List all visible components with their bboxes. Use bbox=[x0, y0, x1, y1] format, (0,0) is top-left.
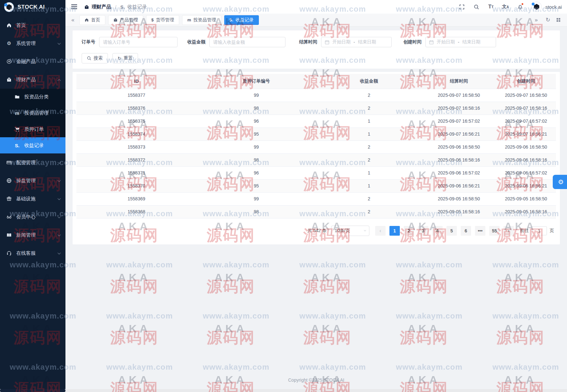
headset-icon bbox=[6, 251, 12, 256]
page-size-value: 10条/页 bbox=[335, 228, 350, 234]
cell-settle-time: 2025-09-05 16:58:16 bbox=[422, 205, 496, 218]
search-icon[interactable] bbox=[473, 4, 480, 10]
sidebar-item-home[interactable]: 首页 bbox=[0, 16, 65, 34]
cell-id: 1558368 bbox=[76, 205, 196, 218]
page-size-select[interactable]: 10条/页 bbox=[331, 226, 369, 236]
sidebar-item-system-management[interactable]: ⚙ 系统管理 bbox=[0, 34, 65, 52]
filter-row: 订单号 收益金额 结算时间 开始日期 - 结束日期 创建时间 开始日期 bbox=[82, 37, 551, 47]
sidebar-item-trading-management[interactable]: 操盘管理 bbox=[0, 172, 65, 190]
sidebar-item-label: 系统管理 bbox=[16, 40, 36, 47]
page-4-button[interactable]: 4 bbox=[432, 226, 443, 236]
sidebar-item-financial-products[interactable]: 金融产品 bbox=[0, 52, 65, 71]
tab-investment-management[interactable]: m 投资品管理 bbox=[182, 15, 221, 25]
floating-settings-button[interactable]: ⚙ bbox=[553, 175, 567, 189]
chevron-down-icon bbox=[58, 251, 61, 254]
cell-settle-time: 2025-09-07 16:58:50 bbox=[422, 89, 496, 102]
sidebar-item-label: 操盘管理 bbox=[16, 178, 36, 184]
font-size-icon[interactable]: TT bbox=[488, 4, 494, 10]
avatar-blue-dot bbox=[532, 3, 535, 6]
tab-profit-records[interactable]: S. 收益记录 bbox=[224, 15, 259, 25]
tab-home[interactable]: 首页 bbox=[79, 15, 105, 25]
prev-page-button[interactable]: ‹ bbox=[375, 226, 386, 236]
search-button[interactable]: 搜索 bbox=[82, 53, 108, 63]
cell-order-no: 96 bbox=[196, 115, 316, 128]
order-no-input[interactable] bbox=[99, 37, 178, 47]
page-3-button[interactable]: 3 bbox=[418, 226, 428, 236]
grid-icon[interactable] bbox=[556, 17, 563, 22]
cell-amount: 1 bbox=[316, 128, 422, 140]
cell-order-no: 99 bbox=[196, 140, 316, 153]
logo: STOCK AI bbox=[0, 0, 65, 14]
tab-product-management[interactable]: 产品管理 bbox=[108, 15, 143, 25]
goto-page-input[interactable] bbox=[531, 226, 547, 235]
cell-id: 1558372 bbox=[76, 153, 196, 166]
cell-amount: 2 bbox=[316, 102, 422, 115]
table-row: 15583769822025-09-07 16:58:162025-09-07 … bbox=[76, 102, 556, 115]
calendar-icon bbox=[325, 40, 330, 45]
sidebar-item-news-management[interactable]: 新闻管理 bbox=[0, 226, 65, 244]
cell-amount: 1 bbox=[316, 179, 422, 192]
tab-currency-management[interactable]: $ 货币管理 bbox=[146, 15, 179, 25]
cell-order-no: 95 bbox=[196, 179, 316, 192]
bell-icon[interactable] bbox=[517, 4, 523, 10]
search-button-label: 搜索 bbox=[94, 55, 103, 61]
logo-icon bbox=[4, 2, 14, 12]
page-6-button[interactable]: 6 bbox=[461, 226, 471, 236]
sidebar-subitem-pledge-orders[interactable]: 质押订单 bbox=[0, 121, 65, 137]
footer-copyright: Copyright ©2025 STOCK AI bbox=[73, 372, 560, 389]
chevron-down-icon bbox=[58, 197, 61, 200]
m-letter-icon: m bbox=[187, 17, 191, 22]
avatar[interactable] bbox=[531, 2, 542, 12]
sidebar-item-infrastructure[interactable]: 基础设施 bbox=[0, 190, 65, 208]
refresh-icon[interactable]: ↻ bbox=[544, 17, 551, 23]
cell-settle-time: 2025-09-06 16:56:21 bbox=[422, 179, 496, 192]
header-actions: TT 文A stock ai bbox=[458, 2, 562, 12]
tab-label: 货币管理 bbox=[156, 17, 174, 23]
page-5-button[interactable]: 5 bbox=[446, 226, 457, 236]
page-55-button[interactable]: 55 bbox=[489, 226, 500, 236]
horizontal-scrollbar[interactable] bbox=[0, 389, 567, 392]
sidebar-item-allocation-management[interactable]: 配资管理 bbox=[0, 153, 65, 172]
breadcrumb-section[interactable]: 理财产品 bbox=[92, 4, 111, 10]
refresh-icon: ↻ bbox=[118, 56, 122, 61]
reset-button[interactable]: ↻ 重置 bbox=[112, 53, 138, 63]
filter-panel: 订单号 收益金额 结算时间 开始日期 - 结束日期 创建时间 开始日期 bbox=[73, 30, 560, 69]
more-pages-button[interactable]: ••• bbox=[475, 226, 485, 236]
sidebar-item-online-service[interactable]: 在线客服 bbox=[0, 244, 65, 262]
sidebar-item-wealth-products[interactable]: 理财产品 bbox=[0, 71, 65, 89]
settle-time-range-picker[interactable]: 开始日期 - 结束日期 bbox=[321, 37, 392, 47]
folder-icon bbox=[14, 94, 20, 99]
package-icon bbox=[84, 5, 89, 9]
next-page-button[interactable]: › bbox=[503, 226, 514, 236]
sidebar-subitem-investment-management[interactable]: m 投资品管理 bbox=[0, 105, 65, 121]
create-time-range-picker[interactable]: 开始日期 - 结束日期 bbox=[425, 37, 496, 47]
fullscreen-icon[interactable] bbox=[458, 4, 465, 10]
column-header-pledge-order-no: 质押订单编号 bbox=[196, 74, 316, 89]
content-area: 订单号 收益金额 结算时间 开始日期 - 结束日期 创建时间 开始日期 bbox=[65, 27, 567, 389]
tabs-scroll-right-icon[interactable]: » bbox=[533, 17, 540, 23]
sidebar-item-member-center[interactable]: 会员中心 bbox=[0, 208, 65, 226]
card-icon bbox=[6, 160, 12, 165]
chevron-down-icon bbox=[58, 161, 61, 164]
user-name[interactable]: stock ai bbox=[545, 4, 562, 10]
cell-order-no: 98 bbox=[196, 102, 316, 115]
order-no-label: 订单号 bbox=[82, 39, 95, 45]
scrollbar-thumb[interactable] bbox=[0, 389, 65, 392]
sidebar-item-label: 新闻管理 bbox=[16, 232, 36, 238]
page-2-button[interactable]: 2 bbox=[404, 226, 414, 236]
menu-collapse-icon[interactable] bbox=[71, 6, 77, 7]
column-header-id: ID bbox=[76, 74, 196, 89]
sidebar-item-label: 投资品管理 bbox=[24, 110, 49, 116]
sidebar: STOCK AI 首页 ⚙ 系统管理 金融产品 理财产品 bbox=[0, 0, 65, 389]
profit-amount-label: 收益金额 bbox=[187, 39, 205, 45]
sidebar-subitem-investment-categories[interactable]: 投资品分类 bbox=[0, 89, 65, 105]
table-row: 15583759612025-09-07 16:57:022025-09-07 … bbox=[76, 115, 556, 128]
notification-dot bbox=[521, 3, 524, 5]
profit-amount-input[interactable] bbox=[209, 37, 285, 47]
sidebar-item-label: 金融产品 bbox=[16, 59, 36, 65]
sidebar-subitem-profit-records[interactable]: S. 收益记录 bbox=[0, 137, 65, 153]
page-1-button[interactable]: 1 bbox=[389, 226, 400, 236]
tabs-scroll-left-icon[interactable]: « bbox=[69, 17, 76, 23]
table-row: 15583689822025-09-05 16:58:162025-09-05 … bbox=[76, 205, 556, 218]
translate-icon[interactable]: 文A bbox=[502, 4, 509, 10]
